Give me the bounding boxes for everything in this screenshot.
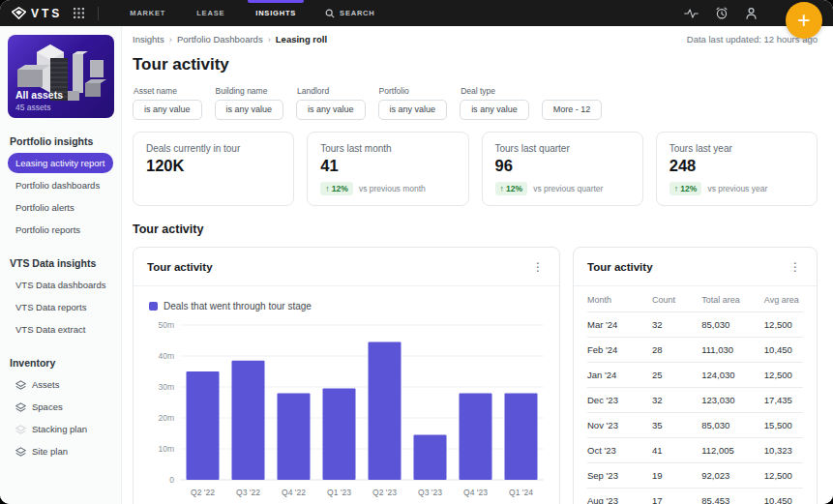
bar-q1-23[interactable]: [323, 388, 356, 479]
filter-landlord: Landlordis any value: [296, 86, 366, 120]
table-cell: 35: [652, 412, 701, 437]
alarm-bell-icon[interactable]: [715, 7, 729, 19]
kpi-delta: ↑ 12%vs previous quarter: [495, 182, 630, 195]
breadcrumb-portfolio-dashboards[interactable]: Portfolio Dashboards: [177, 34, 263, 44]
column-header-avg-area: Avg area: [764, 286, 803, 312]
bar-q3-22[interactable]: [232, 360, 265, 479]
table-cell: 85,453: [701, 488, 764, 504]
filter-value-portfolio[interactable]: is any value: [378, 100, 448, 120]
tour-activity-table-card: Tour activity ⋮ MonthCountTotal areaAvg …: [573, 247, 818, 504]
svg-text:30m: 30m: [158, 382, 174, 392]
filter-value-deal-type[interactable]: is any value: [460, 100, 529, 120]
all-assets-card[interactable]: All assets 45 assets: [8, 35, 114, 118]
kpi-value: 120K: [146, 157, 281, 175]
more-filters-button[interactable]: More - 12: [542, 100, 603, 120]
table-cell: 111,030: [701, 337, 764, 362]
table-cell: 12,500: [764, 311, 803, 337]
table-cell: 92,023: [701, 462, 764, 488]
tab-lease[interactable]: LEASE: [181, 0, 240, 26]
breadcrumb-leasing-roll: Leasing roll: [276, 34, 327, 44]
sidebar-item-label: Stacking plan: [32, 424, 87, 434]
kpi-compare-label: vs previous year: [707, 184, 767, 193]
table-cell: Oct '23: [587, 437, 652, 462]
kpi-card-deals-currently-in-tour: Deals currently in tour120K: [133, 132, 294, 206]
sidebar-item-label: VTS Data extract: [15, 324, 85, 335]
delta-badge: ↑ 12%: [320, 182, 353, 195]
bar-q2-23[interactable]: [369, 341, 402, 479]
sidebar-item-stacking-plan[interactable]: Stacking plan: [8, 419, 113, 439]
kpi-label: Tours last month: [320, 143, 455, 154]
table-row: Aug '231785,45310,450: [587, 488, 803, 504]
filter-value-landlord[interactable]: is any value: [296, 100, 366, 120]
kpi-label: Tours last quarter: [495, 143, 630, 154]
section-title: Tour activity: [133, 222, 818, 236]
sidebar-item-assets[interactable]: Assets: [8, 374, 113, 395]
sidebar-item-vts-data-dashboards[interactable]: VTS Data dashboards: [8, 275, 113, 295]
kebab-menu-icon[interactable]: ⋮: [530, 261, 546, 273]
breadcrumb-chevron-icon: ›: [268, 34, 271, 44]
vts-logo[interactable]: VTS: [12, 7, 62, 20]
bar-q2-22[interactable]: [187, 371, 220, 480]
bar-q4-22[interactable]: [278, 393, 311, 480]
tab-market[interactable]: MARKET: [114, 0, 181, 26]
asset-card-title: All assets: [15, 89, 63, 101]
table-row: Nov '233585,03015,500: [587, 412, 803, 437]
plus-icon: +: [797, 10, 810, 32]
sidebar-item-site-plan[interactable]: Site plan: [8, 441, 113, 461]
table-cell: 15,500: [764, 412, 803, 437]
column-header-total-area: Total area: [701, 286, 764, 312]
bar-q3-23[interactable]: [414, 434, 447, 479]
table-cell: Nov '23: [587, 412, 652, 437]
filter-value-asset-name[interactable]: is any value: [133, 100, 202, 120]
table-cell: 19: [652, 462, 701, 488]
legend-swatch: [149, 302, 158, 311]
kebab-menu-icon[interactable]: ⋮: [788, 261, 803, 273]
table-cell: 10,323: [764, 437, 803, 462]
user-profile-icon[interactable]: [745, 7, 758, 19]
sidebar-item-label: Leasing activity report: [15, 158, 104, 168]
svg-text:Q1 '23: Q1 '23: [327, 488, 351, 497]
app-window: VTS MARKETLEASEINSIGHTS SEARCH: [0, 0, 833, 504]
table-cell: 17: [652, 488, 701, 504]
delta-badge: ↑ 12%: [495, 182, 528, 195]
filter-value-building-name[interactable]: is any value: [215, 100, 284, 120]
sidebar-item-label: Portfolio dashboards: [15, 180, 100, 191]
page-title: Tour activity: [133, 55, 818, 74]
filter-label: Asset name: [134, 86, 202, 96]
sidebar-section-vts-data-insights: VTS Data insights: [10, 257, 111, 269]
sidebar-item-spaces[interactable]: Spaces: [8, 397, 113, 417]
sidebar-item-vts-data-reports[interactable]: VTS Data reports: [8, 297, 113, 317]
table-cell: 32: [652, 387, 701, 412]
filter-deal-type: Deal typeis any value: [460, 86, 529, 120]
kpi-label: Tours last year: [669, 143, 804, 154]
sidebar-item-portfolio-dashboards[interactable]: Portfolio dashboards: [8, 175, 113, 195]
top-nav: VTS MARKETLEASEINSIGHTS SEARCH: [0, 0, 833, 26]
search-button[interactable]: SEARCH: [325, 9, 374, 18]
column-header-count: Count: [652, 286, 701, 312]
bar-q4-23[interactable]: [460, 393, 492, 480]
activity-pulse-icon[interactable]: [684, 8, 699, 19]
table-row: Sep '231992,02312,500: [587, 462, 803, 488]
filter-asset-name: Asset nameis any value: [133, 86, 202, 120]
app-grid-icon[interactable]: [74, 8, 84, 18]
search-icon: [325, 9, 335, 18]
table-cell: 25: [652, 362, 701, 387]
tab-insights[interactable]: INSIGHTS: [240, 0, 312, 26]
add-button[interactable]: +: [786, 2, 822, 39]
kpi-compare-label: vs previous month: [359, 184, 426, 193]
sidebar-item-leasing-activity-report[interactable]: Leasing activity report: [8, 153, 113, 173]
table-cell: 28: [652, 337, 701, 362]
sidebar-item-portfolio-reports[interactable]: Portfolio reports: [8, 220, 113, 240]
sidebar-item-portfolio-alerts[interactable]: Portfolio alerts: [8, 197, 113, 218]
svg-text:Q3 '22: Q3 '22: [236, 488, 260, 497]
tour-activity-chart-card: Tour activity ⋮ Deals that went through …: [133, 247, 560, 504]
table-row: Oct '2341112,00510,323: [587, 437, 803, 462]
bar-q1-24[interactable]: [505, 393, 538, 480]
kpi-label: Deals currently in tour: [146, 143, 281, 154]
svg-text:0: 0: [169, 475, 174, 485]
table-cell: Aug '23: [587, 488, 652, 504]
sidebar-item-vts-data-extract[interactable]: VTS Data extract: [8, 319, 113, 340]
table-cell: 41: [652, 437, 701, 462]
search-label: SEARCH: [340, 9, 374, 17]
breadcrumb-insights[interactable]: Insights: [133, 34, 164, 44]
